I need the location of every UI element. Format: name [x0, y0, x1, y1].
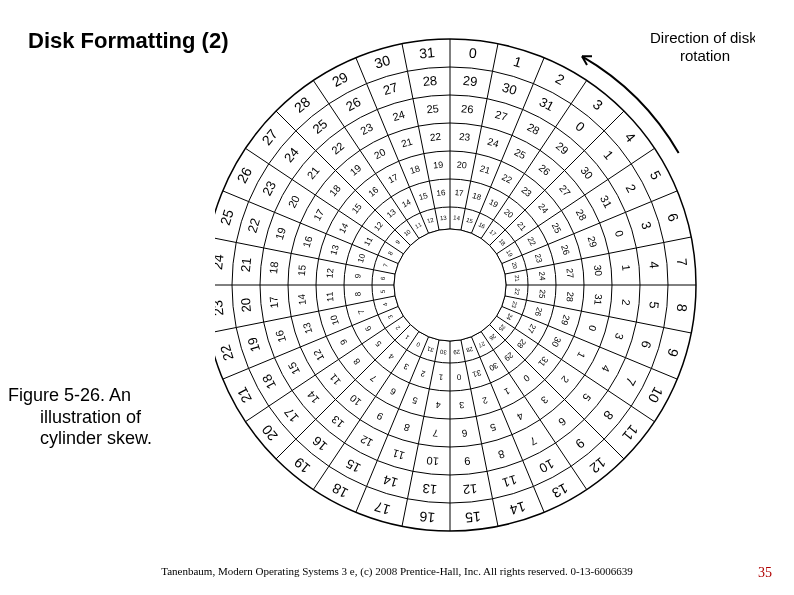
- svg-line-417: [373, 270, 395, 274]
- svg-text:8: 8: [600, 408, 616, 423]
- svg-text:17: 17: [454, 188, 464, 198]
- svg-line-206: [581, 311, 608, 316]
- svg-text:0: 0: [456, 372, 462, 381]
- svg-text:30: 30: [373, 52, 393, 72]
- figure-caption: Figure 5-26. An illustration of cylinder…: [8, 385, 208, 450]
- svg-text:6: 6: [556, 415, 568, 428]
- svg-text:23: 23: [259, 178, 279, 198]
- svg-text:16: 16: [418, 508, 435, 525]
- svg-line-76: [636, 322, 663, 327]
- svg-text:1: 1: [404, 333, 411, 340]
- svg-line-263: [471, 154, 476, 181]
- svg-line-13: [631, 406, 654, 422]
- svg-text:26: 26: [461, 102, 474, 115]
- svg-line-6: [604, 111, 624, 131]
- svg-line-149: [413, 444, 418, 471]
- svg-text:23: 23: [459, 131, 472, 143]
- svg-text:23: 23: [533, 253, 544, 265]
- svg-text:17: 17: [267, 296, 280, 309]
- svg-line-80: [556, 443, 572, 466]
- svg-text:20: 20: [372, 146, 387, 161]
- svg-text:29: 29: [559, 314, 571, 326]
- svg-text:12: 12: [358, 433, 374, 449]
- svg-line-279: [424, 389, 429, 416]
- svg-text:13: 13: [385, 207, 398, 220]
- svg-text:2: 2: [559, 374, 571, 386]
- svg-line-288: [326, 234, 352, 245]
- svg-text:27: 27: [525, 323, 537, 336]
- svg-text:6: 6: [461, 427, 468, 439]
- svg-line-161: [344, 127, 360, 150]
- svg-line-215: [388, 409, 399, 435]
- svg-line-163: [413, 99, 418, 126]
- svg-line-29: [245, 148, 268, 164]
- svg-text:29: 29: [502, 350, 515, 363]
- svg-line-96: [329, 104, 345, 127]
- svg-text:13: 13: [328, 244, 340, 256]
- svg-text:3: 3: [638, 220, 654, 231]
- svg-text:11: 11: [327, 371, 343, 387]
- svg-text:25: 25: [497, 323, 506, 332]
- svg-text:0: 0: [468, 44, 478, 61]
- svg-text:11: 11: [619, 422, 641, 444]
- svg-text:28: 28: [525, 121, 541, 137]
- svg-line-22: [276, 439, 296, 459]
- svg-text:4: 4: [646, 261, 662, 270]
- svg-line-90: [236, 322, 263, 327]
- svg-text:6: 6: [380, 276, 386, 281]
- svg-text:2: 2: [394, 324, 401, 331]
- svg-text:30: 30: [578, 164, 595, 181]
- svg-text:19: 19: [488, 197, 501, 209]
- svg-line-145: [540, 420, 556, 443]
- svg-text:6: 6: [389, 386, 398, 397]
- svg-text:0: 0: [573, 118, 588, 134]
- svg-text:7: 7: [623, 375, 640, 388]
- svg-line-32: [356, 58, 367, 84]
- svg-text:27: 27: [259, 126, 281, 148]
- svg-text:15: 15: [464, 508, 481, 525]
- svg-line-94: [269, 164, 292, 180]
- svg-line-349: [352, 315, 378, 326]
- svg-line-84: [407, 471, 412, 498]
- svg-text:4: 4: [382, 301, 389, 307]
- svg-text:16: 16: [273, 329, 288, 344]
- svg-line-423: [435, 208, 439, 230]
- svg-line-30: [276, 111, 296, 131]
- svg-text:22: 22: [244, 216, 263, 234]
- svg-line-93: [249, 202, 275, 213]
- svg-line-328: [465, 181, 470, 208]
- svg-line-153: [292, 375, 315, 391]
- svg-text:26: 26: [488, 333, 497, 342]
- svg-text:21: 21: [233, 384, 255, 405]
- caption-line-3: cylinder skew.: [40, 428, 208, 450]
- svg-text:5: 5: [647, 168, 665, 183]
- svg-line-33: [402, 44, 407, 71]
- svg-line-208: [561, 359, 584, 375]
- svg-text:7: 7: [674, 257, 691, 267]
- svg-line-287: [319, 259, 346, 264]
- svg-line-87: [296, 419, 316, 439]
- svg-text:29: 29: [462, 73, 478, 89]
- svg-text:13: 13: [549, 480, 570, 502]
- svg-line-227: [388, 135, 399, 161]
- svg-text:16: 16: [301, 234, 315, 248]
- svg-text:24: 24: [537, 271, 547, 281]
- svg-text:10: 10: [426, 455, 439, 468]
- svg-text:12: 12: [311, 347, 326, 362]
- svg-line-158: [274, 212, 300, 223]
- svg-text:31: 31: [537, 94, 557, 114]
- svg-text:1: 1: [512, 53, 524, 71]
- svg-line-198: [476, 126, 481, 153]
- svg-text:18: 18: [327, 182, 343, 198]
- svg-text:30: 30: [592, 264, 604, 277]
- svg-text:8: 8: [674, 303, 691, 313]
- svg-line-264: [491, 161, 502, 187]
- svg-line-210: [524, 396, 540, 419]
- svg-text:15: 15: [418, 191, 430, 202]
- svg-text:28: 28: [565, 291, 576, 302]
- svg-text:31: 31: [598, 193, 614, 209]
- svg-line-71: [584, 131, 604, 151]
- svg-line-5: [571, 80, 587, 103]
- svg-text:9: 9: [464, 455, 471, 468]
- svg-text:29: 29: [329, 68, 350, 90]
